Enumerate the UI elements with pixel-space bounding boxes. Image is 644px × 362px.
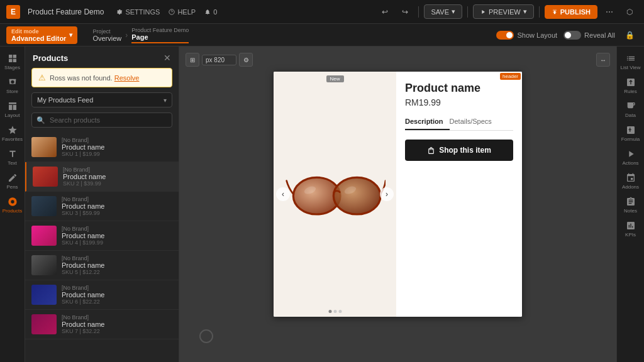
dropdown-label: My Products Feed	[37, 96, 164, 104]
products-feed-dropdown[interactable]: My Products Feed ▾	[31, 92, 172, 107]
undo-button[interactable]: ↩	[377, 4, 393, 20]
sidebar-item-data[interactable]: Data	[619, 98, 642, 121]
sidebar-item-stages[interactable]: Stages	[1, 50, 24, 73]
svg-rect-4	[9, 58, 12, 62]
reveal-all-toggle-row: Reveal All	[564, 31, 615, 40]
product-info: [No Brand] Product name SKU 2 | $39.99	[63, 167, 172, 187]
notifications-nav[interactable]: 0	[204, 8, 217, 16]
sidebar-item-actions[interactable]: Actions	[619, 146, 642, 168]
product-image	[285, 153, 386, 235]
lock-button[interactable]: 🔒	[621, 27, 638, 43]
svg-rect-2	[9, 55, 12, 58]
list-item[interactable]: [No Brand] Product name SKU 4 | $199.99	[25, 221, 179, 251]
tab-details[interactable]: Details/Specs	[450, 115, 498, 130]
list-view-label: List View	[621, 65, 641, 70]
notes-label: Notes	[624, 208, 637, 214]
text-label: Text	[8, 160, 17, 166]
sidebar-item-notes[interactable]: Notes	[619, 194, 642, 216]
width-input[interactable]	[202, 55, 236, 65]
edit-mode-label: Edit mode	[11, 28, 66, 35]
store-label: Store	[6, 89, 18, 94]
product-info: [No Brand] Product name SKU 7 | $32.22	[62, 314, 172, 334]
list-item[interactable]: [No Brand] Product name SKU 7 | $32.22	[25, 310, 179, 339]
resolve-link[interactable]: Resolve	[114, 74, 140, 82]
search-input[interactable]	[31, 112, 172, 128]
actions-label: Actions	[622, 160, 638, 166]
reveal-all-toggle[interactable]	[564, 31, 581, 40]
app-title: Product Feature Demo	[28, 8, 104, 16]
sidebar-item-products[interactable]: Products	[1, 194, 24, 216]
share-button[interactable]: ⬡	[621, 4, 638, 20]
app-logo: E	[6, 5, 20, 19]
list-item[interactable]: [No Brand] Product name SKU 5 | $12.22	[25, 251, 179, 280]
product-info: [No Brand] Product name SKU 4 | $199.99	[62, 226, 172, 246]
product-sku: SKU 7 | $32.22	[62, 328, 172, 334]
page-name[interactable]: Page	[131, 33, 189, 41]
product-name: Product name	[63, 173, 172, 180]
panel-header: Products ✕	[25, 47, 179, 68]
product-card: New	[274, 72, 522, 317]
list-item[interactable]: [No Brand] Product name SKU 3 | $59.99	[25, 192, 179, 221]
sidebar-item-formula[interactable]: Formula	[619, 122, 642, 145]
list-item[interactable]: [No Brand] Product name SKU 1 | $19.99	[25, 133, 179, 162]
header-badge: header	[500, 73, 521, 80]
edit-mode-button[interactable]: Edit mode Advanced Editor ▾	[6, 26, 77, 44]
list-item[interactable]: [No Brand] Product name SKU 2 | $39.99	[25, 162, 179, 192]
product-info: [No Brand] Product name SKU 5 | $12.22	[62, 255, 172, 275]
reveal-all-label: Reveal All	[584, 31, 615, 39]
settings-nav[interactable]: SETTINGS	[116, 8, 160, 16]
editor-label: Advanced Editor	[11, 35, 66, 42]
product-price: RM19.99	[405, 97, 513, 107]
project-name[interactable]: Overview	[92, 35, 121, 42]
sidebar-item-store[interactable]: Store	[1, 74, 24, 97]
show-layout-label: Show Layout	[517, 31, 557, 39]
dot-2[interactable]	[333, 310, 336, 313]
divider2	[467, 6, 468, 18]
sidebar-item-rules[interactable]: Rules	[619, 74, 642, 97]
product-name: Product name	[62, 202, 172, 210]
reveal-all-toggle-knob	[565, 32, 571, 38]
formula-label: Formula	[621, 136, 640, 142]
dot-3[interactable]	[338, 310, 341, 313]
new-badge: New	[326, 75, 343, 82]
sidebar-item-text[interactable]: Text	[1, 146, 24, 168]
sidebar-item-list-view[interactable]: List View	[619, 50, 642, 73]
product-sku: SKU 5 | $12.22	[62, 269, 172, 275]
project-label: Project	[92, 28, 121, 35]
alert-text: Ross was not found. Resolve	[50, 74, 139, 82]
tab-description[interactable]: Description	[405, 115, 450, 130]
sidebar-item-addons[interactable]: Addons	[619, 170, 642, 192]
sidebar-item-pens[interactable]: Pens	[1, 170, 24, 192]
publish-button[interactable]: PUBLISH	[545, 5, 597, 19]
resize-button[interactable]: ↔	[596, 53, 610, 67]
toggle-knob	[506, 32, 513, 38]
help-nav[interactable]: HELP	[169, 8, 196, 16]
prev-image-button[interactable]: ‹	[276, 187, 290, 201]
product-sku: SKU 4 | $199.99	[62, 239, 172, 246]
product-name: Product name	[62, 232, 172, 239]
list-item[interactable]: [No Brand] Product name SKU 6 | $22.22	[25, 280, 179, 310]
canvas-area: ⊞ ⚙ ↔ header New	[179, 47, 616, 362]
settings-button[interactable]: ⚙	[239, 53, 253, 67]
image-dots	[328, 310, 341, 313]
product-thumbnail	[31, 314, 57, 334]
shop-this-item-button[interactable]: Shop this item	[405, 140, 513, 161]
topbar-right: ↩ ↪ SAVE ▾ PREVIEW ▾ PUBLISH ⋯ ⬡	[377, 4, 638, 20]
sidebar-item-layout[interactable]: Layout	[1, 98, 24, 121]
sidebar-item-favorites[interactable]: Favorites	[1, 122, 24, 145]
svg-point-10	[11, 200, 14, 203]
main-layout: Stages Store Layout Favorites Text Pens …	[0, 47, 644, 362]
sidebar-item-kpis[interactable]: KPIs	[619, 217, 642, 240]
preview-button[interactable]: PREVIEW ▾	[473, 4, 534, 19]
redo-button[interactable]: ↪	[397, 4, 413, 20]
dot-1[interactable]	[328, 310, 331, 313]
next-image-button[interactable]: ›	[380, 187, 394, 201]
product-name: Product name	[62, 143, 172, 151]
close-panel-button[interactable]: ✕	[164, 53, 171, 63]
product-name: Product name	[62, 291, 172, 299]
expand-button[interactable]: ⊞	[186, 53, 199, 67]
more-options-button[interactable]: ⋯	[601, 4, 618, 20]
show-layout-toggle[interactable]	[496, 31, 514, 40]
product-thumbnail	[31, 226, 57, 246]
save-button[interactable]: SAVE ▾	[424, 4, 462, 19]
